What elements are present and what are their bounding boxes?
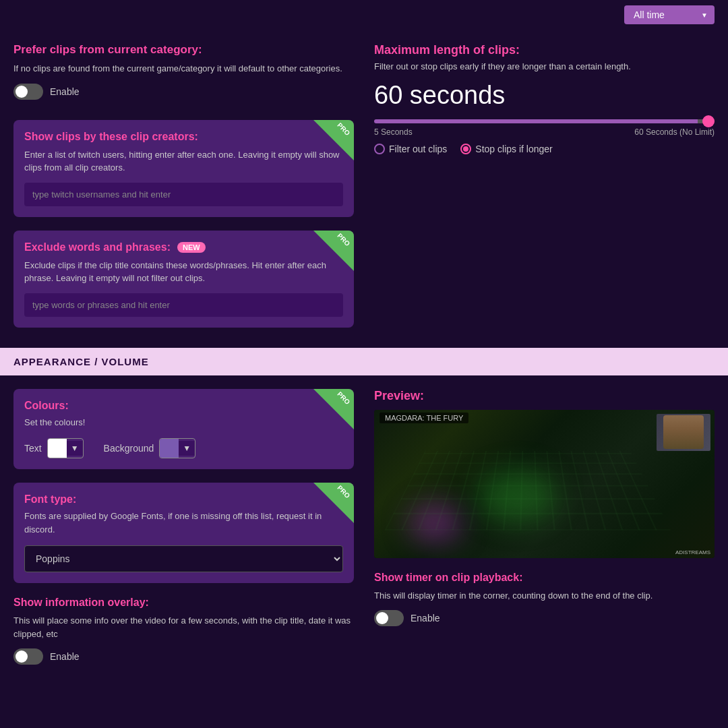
background-color-item: Background ▼ [104, 438, 196, 458]
timer-section: Show timer on clip playback: This will d… [374, 572, 715, 627]
colours-pro-badge-text: PRO [336, 390, 352, 405]
top-dropdown-bar: All time Last 7 days Last 30 days Last y… [0, 0, 728, 30]
seconds-display: 60 seconds [374, 81, 715, 110]
background-color-label: Background [104, 443, 154, 454]
prefer-clips-title: Prefer clips from current category: [13, 43, 354, 57]
preview-section: Preview: MAGDARA: THE FURY [374, 389, 715, 558]
streamer-face [663, 415, 704, 449]
text-color-label: Text [24, 443, 42, 454]
text-color-swatch[interactable] [48, 439, 67, 458]
prefer-clips-toggle[interactable] [13, 84, 43, 100]
text-color-item: Text ▼ [24, 438, 84, 458]
exclude-words-title: Exclude words and phrases: NEW [24, 241, 343, 253]
creators-pro-badge-corner: PRO [313, 120, 354, 160]
exclude-words-title-text: Exclude words and phrases: [24, 241, 171, 253]
length-slider-container: 5 Seconds 60 Seconds (No Limit) [374, 119, 715, 137]
font-type-card: PRO Font type: Fonts are supplied by Goo… [13, 483, 354, 583]
max-length-section: Maximum length of clips: Filter out or s… [374, 43, 715, 154]
info-overlay-toggle-row: Enable [13, 648, 354, 665]
timer-enable-label: Enable [411, 613, 440, 624]
font-select[interactable]: Poppins [24, 545, 343, 572]
time-filter-select[interactable]: All time Last 7 days Last 30 days Last y… [624, 5, 715, 24]
colours-title: Colours: [24, 400, 343, 412]
filter-out-clips-option[interactable]: Filter out clips [374, 144, 447, 154]
filter-out-radio[interactable] [374, 144, 385, 154]
time-filter-wrapper: All time Last 7 days Last 30 days Last y… [624, 5, 715, 24]
show-clips-creators-title: Show clips by these clip creators: [24, 131, 343, 143]
streamer-cam [657, 414, 710, 451]
max-length-title: Maximum length of clips: [374, 43, 715, 57]
background-color-picker[interactable]: ▼ [159, 438, 195, 458]
max-length-description: Filter out or stop clips early if they a… [374, 61, 715, 71]
prefer-clips-description: If no clips are found from the current g… [13, 62, 354, 75]
info-overlay-section: Show information overlay: This will plac… [13, 597, 354, 665]
new-badge: NEW [177, 242, 206, 253]
exclude-pro-badge-corner: PRO [313, 231, 354, 271]
text-color-picker[interactable]: ▼ [47, 438, 84, 458]
bottom-left-panel: PRO Colours: Set the colours! Text ▼ Bac… [13, 389, 354, 665]
exclude-words-description: Exclude clips if the clip title contains… [24, 259, 343, 285]
timer-toggle[interactable] [374, 610, 404, 626]
game-grid [385, 450, 670, 530]
slider-labels: 5 Seconds 60 Seconds (No Limit) [374, 127, 715, 137]
colours-card: PRO Colours: Set the colours! Text ▼ Bac… [13, 389, 354, 470]
prefer-clips-slider [13, 84, 43, 100]
clip-length-radio-group: Filter out clips Stop clips if longer [374, 144, 715, 154]
game-title-bar: MAGDARA: THE FURY [380, 413, 468, 423]
font-pro-badge-text: PRO [336, 484, 352, 499]
stop-clips-label: Stop clips if longer [475, 144, 552, 154]
colours-description: Set the colours! [24, 416, 343, 429]
font-pro-badge-corner: PRO [313, 483, 354, 523]
font-type-description: Fonts are supplied by Google Fonts, if o… [24, 510, 343, 536]
info-overlay-toggle[interactable] [13, 648, 43, 665]
preview-image: MAGDARA: THE FURY ADISTREAMS [374, 410, 715, 558]
prefer-clips-section: Prefer clips from current category: If n… [13, 43, 354, 107]
appearance-title: APPEARANCE / VOLUME [13, 356, 715, 367]
show-clips-creators-description: Enter a list of twitch users, hitting en… [24, 148, 343, 175]
streamer-label: ADISTREAMS [675, 549, 710, 555]
preview-title: Preview: [374, 389, 715, 403]
filter-out-clips-label: Filter out clips [389, 144, 447, 154]
slider-min-label: 5 Seconds [374, 127, 413, 137]
timer-description: This will display timer in the corner, c… [374, 589, 715, 603]
timer-toggle-row: Enable [374, 610, 715, 626]
font-type-title: Font type: [24, 493, 343, 506]
show-clips-creators-card: PRO Show clips by these clip creators: E… [13, 120, 354, 217]
stop-clips-radio[interactable] [460, 144, 471, 154]
colours-pro-badge-corner: PRO [313, 389, 354, 429]
exclude-pro-badge-text: PRO [336, 231, 352, 247]
info-overlay-description: This will place some info over the video… [13, 614, 354, 640]
creators-pro-badge-text: PRO [336, 121, 352, 136]
background-color-dropdown-btn[interactable]: ▼ [179, 441, 195, 456]
timer-title: Show timer on clip playback: [374, 572, 715, 584]
bottom-right-panel: Preview: MAGDARA: THE FURY [374, 389, 715, 665]
bottom-section: PRO Colours: Set the colours! Text ▼ Bac… [0, 375, 728, 679]
stop-clips-option[interactable]: Stop clips if longer [460, 144, 552, 154]
length-slider-track[interactable] [374, 119, 715, 123]
info-overlay-slider [13, 648, 43, 665]
appearance-divider: APPEARANCE / VOLUME [0, 348, 728, 375]
prefer-clips-enable-label: Enable [50, 86, 80, 97]
color-row: Text ▼ Background ▼ [24, 438, 343, 458]
length-slider-thumb[interactable] [702, 115, 715, 127]
exclude-words-input[interactable] [24, 293, 343, 317]
info-overlay-title: Show information overlay: [13, 597, 354, 609]
slider-max-label: 60 Seconds (No Limit) [634, 127, 715, 137]
creators-input[interactable] [24, 183, 343, 206]
top-section: Prefer clips from current category: If n… [0, 30, 728, 348]
left-panel: Prefer clips from current category: If n… [13, 43, 354, 328]
info-overlay-enable-label: Enable [50, 651, 80, 662]
game-background: MAGDARA: THE FURY ADISTREAMS [374, 410, 715, 558]
text-color-dropdown-btn[interactable]: ▼ [67, 441, 83, 456]
prefer-clips-toggle-row: Enable [13, 84, 354, 100]
timer-slider [374, 610, 404, 626]
exclude-words-card: PRO Exclude words and phrases: NEW Exclu… [13, 231, 354, 328]
right-panel: Maximum length of clips: Filter out or s… [374, 43, 715, 328]
background-color-swatch[interactable] [160, 439, 179, 458]
